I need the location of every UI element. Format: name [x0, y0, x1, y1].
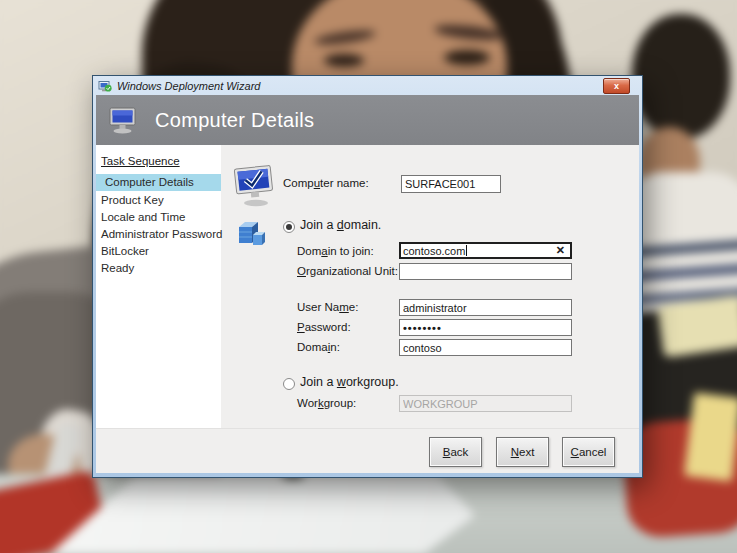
woman-eye: [444, 50, 490, 65]
sidebar-item-ready[interactable]: Ready: [96, 260, 221, 277]
next-button[interactable]: Next: [496, 437, 549, 467]
join-domain-label: Join a domain.: [300, 217, 381, 234]
password-input[interactable]: [399, 319, 572, 336]
man-hair: [632, 14, 730, 139]
sidebar-item-administrator-password[interactable]: Administrator Password: [96, 226, 221, 243]
text-caret: [466, 245, 467, 256]
computer-check-icon: [232, 165, 280, 208]
workgroup-input: [399, 395, 572, 412]
domain-label: Domain:: [297, 339, 340, 356]
computer-name-input[interactable]: [401, 175, 501, 193]
content-row: Task Sequence Computer Details Product K…: [96, 145, 639, 428]
button-bar: Back Next Cancel: [96, 428, 639, 474]
open-book: [657, 294, 737, 357]
organizational-unit-label: Organizational Unit:: [297, 263, 398, 280]
app-icon: [98, 79, 112, 93]
join-workgroup-radio[interactable]: [283, 378, 295, 390]
window-body: Computer Details Task Sequence Computer …: [96, 95, 639, 473]
sidebar-item-bitlocker[interactable]: BitLocker: [96, 243, 221, 260]
password-label: Password:: [297, 319, 351, 336]
workgroup-label: Workgroup:: [297, 395, 356, 412]
sidebar: Task Sequence Computer Details Product K…: [96, 145, 221, 428]
join-workgroup-label: Join a workgroup.: [300, 374, 399, 391]
window-title: Windows Deployment Wizard: [117, 80, 260, 92]
cancel-button[interactable]: Cancel: [562, 437, 615, 467]
domain-servers-icon: [237, 219, 265, 249]
computer-icon: [109, 107, 139, 134]
organizational-unit-input[interactable]: [399, 263, 572, 280]
close-button[interactable]: x: [603, 78, 630, 94]
user-name-input[interactable]: [399, 299, 572, 316]
form-panel: Computer name: Join a domain.: [221, 145, 639, 428]
join-domain-radio[interactable]: [283, 221, 295, 233]
back-button[interactable]: Back: [429, 437, 482, 467]
sidebar-item-product-key[interactable]: Product Key: [96, 192, 221, 209]
woman-eye: [324, 54, 364, 67]
wizard-window: Windows Deployment Wizard x Computer Det…: [92, 75, 643, 478]
sidebar-item-locale-and-time[interactable]: Locale and Time: [96, 209, 221, 226]
sticky-notes: [684, 392, 737, 481]
domain-to-join-input[interactable]: contoso.com ✕: [399, 242, 572, 259]
page-title: Computer Details: [155, 109, 314, 132]
computer-name-label: Computer name:: [283, 175, 369, 192]
wizard-header: Computer Details: [96, 95, 639, 145]
screen: Windows Deployment Wizard x Computer Det…: [0, 0, 737, 553]
sidebar-link-task-sequence[interactable]: Task Sequence: [101, 155, 221, 167]
clear-icon[interactable]: ✕: [556, 244, 565, 257]
domain-to-join-label: Domain to join:: [297, 243, 374, 260]
close-icon: x: [614, 82, 619, 91]
sidebar-item-computer-details[interactable]: Computer Details: [96, 174, 221, 191]
domain-input[interactable]: [399, 339, 572, 356]
user-name-label: User Name:: [297, 299, 358, 316]
title-bar[interactable]: Windows Deployment Wizard x: [96, 76, 639, 95]
domain-to-join-value: contoso.com: [403, 245, 465, 257]
